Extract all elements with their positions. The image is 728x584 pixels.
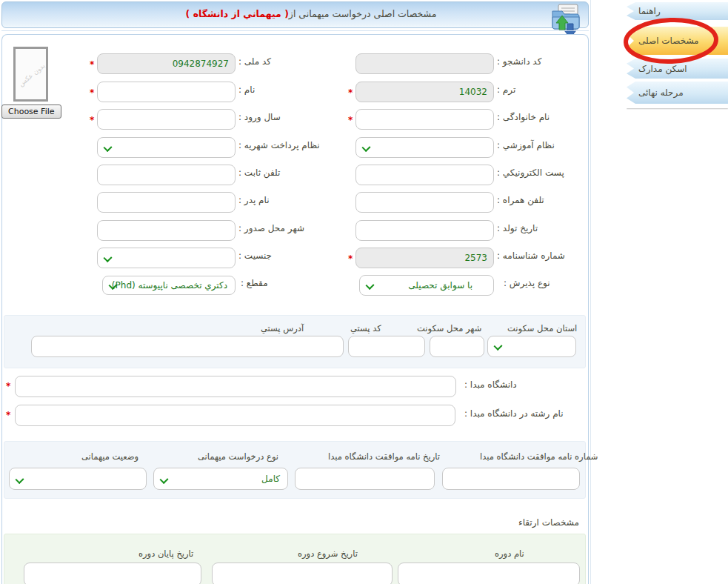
birth-date-input[interactable]	[355, 220, 494, 241]
course-start-date-input[interactable]	[212, 563, 393, 584]
course-end-date-input[interactable]	[24, 563, 201, 584]
degree-level-label: مقطع :	[241, 278, 268, 288]
email-label: پست الکترونیکي :	[497, 167, 564, 178]
content-sidebar-divider	[590, 0, 591, 584]
first-name-input[interactable]	[97, 82, 236, 102]
agreement-letter-number-input[interactable]	[442, 468, 580, 490]
chevron-down-icon	[493, 342, 502, 351]
issue-city-input[interactable]	[97, 220, 236, 241]
residence-city-input[interactable]	[430, 336, 484, 357]
degree-level-select[interactable]: دکتري تخصصی ناپیوسته (Phd)	[102, 276, 236, 295]
course-name-label: نام دوره	[495, 548, 524, 559]
tuition-system-select[interactable]	[97, 137, 236, 158]
no-photo-watermark: بدون عکس	[13, 58, 48, 92]
agreement-letter-date-input[interactable]	[295, 468, 435, 490]
residence-postal-code-input[interactable]	[348, 336, 425, 357]
entry-year-label: سال ورود :	[238, 112, 281, 122]
landline-label: تلفن ثابت :	[238, 167, 280, 178]
first-name-label: نام :	[238, 84, 255, 95]
page-title-highlight: ( میهماني از دانشگاه )	[186, 8, 289, 19]
residence-address-label: آدرس پستي	[261, 323, 304, 334]
gender-label: جنسیت :	[238, 250, 272, 261]
last-name-label: نام خانوادگی :	[497, 112, 550, 122]
required-marker: *	[90, 115, 94, 125]
required-marker: *	[6, 381, 10, 391]
request-type-select[interactable]: کامل	[153, 468, 288, 490]
chevron-down-icon	[103, 143, 112, 152]
chevron-down-icon	[103, 253, 112, 262]
residence-province-label: استان محل سکونت	[507, 323, 577, 334]
landline-input[interactable]	[97, 165, 236, 185]
choose-file-button[interactable]: Choose File	[1, 104, 61, 119]
residence-province-select[interactable]	[487, 336, 576, 357]
edu-system-select[interactable]	[355, 137, 494, 158]
degree-level-value: دکتري تخصصی ناپیوسته (Phd)	[112, 280, 227, 291]
mobile-input[interactable]	[355, 192, 494, 213]
course-start-date-label: تاریخ شروع دوره	[298, 548, 358, 559]
national-code-input	[97, 53, 236, 74]
agreement-letter-date-label: تاریخ نامه موافقت دانشگاه مبدا	[328, 451, 440, 462]
course-name-input[interactable]	[398, 563, 580, 584]
entry-year-input[interactable]	[97, 109, 236, 130]
course-end-date-label: تاریخ پایان دوره	[138, 548, 193, 559]
sidebar-tab-label: راهنما	[627, 6, 661, 16]
national-code-label: کد ملی :	[238, 56, 271, 67]
residence-postal-code-label: کد پستي	[350, 323, 381, 334]
photo-placeholder: بدون عکس	[13, 47, 48, 102]
page-title-text: مشخصات اصلی درخواست میهمانی از	[289, 8, 437, 19]
origin-major-input[interactable]	[15, 405, 455, 426]
last-name-input[interactable]	[355, 109, 494, 130]
residence-city-label: شهر محل سکونت	[417, 323, 481, 334]
red-ellipse-annotation	[622, 16, 728, 65]
chevron-down-icon	[159, 475, 168, 484]
father-name-label: نام پدر :	[238, 195, 270, 205]
email-input[interactable]	[355, 165, 494, 185]
origin-university-label: دانشگاه مبدا :	[464, 379, 517, 390]
request-type-label: نوع درخواست میهمانی	[198, 451, 278, 462]
page-title: مشخصات اصلی درخواست میهمانی از( میهماني …	[118, 8, 504, 19]
agreement-letter-number-label: شماره نامه موافقت دانشگاه مبدا	[480, 451, 598, 462]
term-label: ترم :	[497, 84, 515, 95]
guest-status-label: وضعیت میهمانی	[81, 451, 138, 462]
father-name-input[interactable]	[97, 192, 236, 213]
chevron-down-icon	[361, 143, 370, 152]
required-marker: *	[348, 87, 353, 98]
term-input	[355, 82, 494, 102]
required-marker: *	[348, 253, 353, 264]
issue-city-label: شهر محل صدور :	[238, 223, 304, 233]
id-number-input	[355, 248, 494, 268]
admission-type-value: با سوابق تحصیلی	[408, 280, 472, 291]
sidebar-tab-final-step[interactable]: مرحله نهائی	[627, 82, 728, 104]
student-code-label: کد دانشجو :	[497, 56, 541, 67]
id-number-label: شماره شناسنامه :	[497, 250, 565, 261]
required-marker: *	[90, 87, 94, 98]
chevron-down-icon	[365, 281, 374, 290]
promotion-section-title: مشخصات ارتقاء	[518, 517, 579, 528]
origin-major-label: نام رشته در دانشگاه مبدا :	[464, 408, 564, 419]
edu-system-label: نظام آموزشي :	[497, 140, 555, 150]
birth-date-label: تاریخ تولد :	[497, 223, 538, 233]
tab-stack-shadow	[627, 108, 728, 110]
sidebar-tab-label: مرحله نهائی	[627, 87, 684, 98]
required-marker: *	[90, 59, 94, 70]
admission-type-label: نوع پذیرش :	[504, 278, 550, 288]
header-separator	[1, 30, 589, 31]
student-code-input	[355, 53, 494, 74]
residence-address-input[interactable]	[31, 336, 344, 357]
tuition-system-label: نظام پرداخت شهریه :	[238, 140, 320, 150]
guest-status-select[interactable]	[9, 468, 147, 490]
required-marker: *	[6, 410, 10, 420]
page: { "header": { "title": "مشخصات اصلی درخو…	[0, 0, 728, 584]
request-type-value: کامل	[261, 474, 280, 484]
chevron-down-icon	[15, 475, 24, 484]
required-marker: *	[348, 115, 353, 125]
mobile-label: تلفن همراه :	[497, 195, 544, 205]
gender-select[interactable]	[97, 248, 236, 268]
admission-type-select[interactable]: با سوابق تحصیلی	[359, 275, 494, 296]
origin-university-input[interactable]	[15, 376, 456, 397]
